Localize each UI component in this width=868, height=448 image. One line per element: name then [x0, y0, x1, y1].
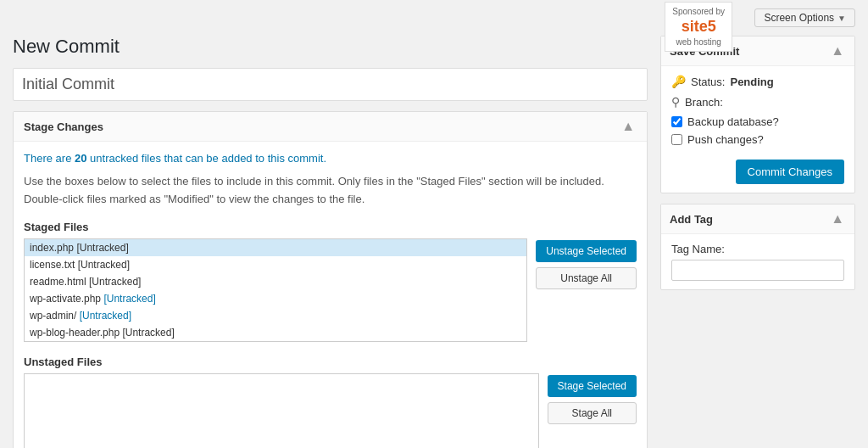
desc-line2: Double-click files marked as "Modified" … — [24, 193, 364, 205]
description-text: Use the boxes below to select the files … — [24, 173, 637, 209]
add-tag-title: Add Tag — [670, 213, 713, 226]
add-tag-body: Tag Name: — [661, 234, 854, 289]
tag-name-label: Tag Name: — [671, 243, 844, 255]
desc-line1: Use the boxes below to select the files … — [24, 175, 604, 188]
stage-changes-panel: Stage Changes ▲ There are 20 untracked f… — [13, 111, 648, 448]
list-item[interactable]: wp-admin/ [Untracked] — [25, 307, 526, 324]
key-icon: 🔑 — [671, 75, 686, 88]
sponsored-by-text: Sponsored by — [672, 7, 725, 16]
push-changes-label: Push changes? — [687, 133, 764, 146]
chevron-down-icon: ▼ — [837, 14, 846, 23]
sponsored-banner: Sponsored by site5 web hosting — [665, 2, 732, 52]
site5-sub: web hosting — [672, 36, 725, 48]
branch-label: Branch: — [685, 96, 723, 109]
add-tag-collapse[interactable]: ▲ — [829, 211, 846, 227]
page-title: New Commit — [13, 36, 648, 58]
list-item[interactable]: index.php [Untracked] — [25, 239, 526, 256]
backup-db-checkbox[interactable] — [671, 116, 682, 127]
info-suffix: untracked files that can be added to thi… — [86, 152, 326, 165]
status-label: Status: — [691, 76, 725, 88]
site5-logo: site5 — [672, 17, 725, 36]
unstaged-files-container: Stage Selected Stage All — [24, 373, 637, 448]
info-count: 20 — [75, 152, 86, 165]
stage-changes-collapse[interactable]: ▲ — [620, 119, 637, 134]
screen-options-label: Screen Options — [764, 12, 834, 24]
unstaged-file-buttons: Stage Selected Stage All — [548, 373, 637, 424]
status-value: Pending — [730, 76, 773, 88]
info-text: There are 20 untracked files that can be… — [24, 152, 637, 165]
unstaged-files-label: Unstaged Files — [24, 356, 637, 368]
list-item[interactable]: readme.html [Untracked] — [25, 273, 526, 290]
unstage-all-button[interactable]: Unstage All — [536, 267, 637, 289]
backup-db-label: Backup database? — [687, 115, 779, 128]
commit-changes-button[interactable]: Commit Changes — [736, 160, 844, 184]
add-tag-header: Add Tag ▲ — [661, 204, 854, 234]
save-commit-collapse[interactable]: ▲ — [829, 43, 846, 59]
unstaged-files-list — [24, 373, 539, 448]
staged-files-label: Staged Files — [24, 221, 637, 233]
sidebar: Save Commit ▲ 🔑 Status: Pending ⚲ Branch… — [660, 36, 855, 300]
push-changes-row: Push changes? — [671, 133, 844, 146]
commit-changes-wrapper: Commit Changes — [671, 151, 844, 184]
save-commit-panel: Save Commit ▲ 🔑 Status: Pending ⚲ Branch… — [660, 36, 855, 193]
backup-db-row: Backup database? — [671, 115, 844, 128]
status-row: 🔑 Status: Pending — [671, 75, 844, 88]
staged-file-buttons: Unstage Selected Unstage All — [536, 238, 637, 289]
list-item[interactable]: wp-blog-header.php [Untracked] — [25, 324, 526, 341]
info-prefix: There are — [24, 152, 75, 165]
list-item[interactable]: license.txt [Untracked] — [25, 256, 526, 273]
staged-files-container: index.php [Untracked] license.txt [Untra… — [24, 238, 637, 342]
stage-all-button[interactable]: Stage All — [548, 402, 637, 424]
unstage-selected-button[interactable]: Unstage Selected — [536, 240, 637, 262]
branch-icon: ⚲ — [671, 95, 680, 109]
stage-changes-body: There are 20 untracked files that can be… — [14, 142, 647, 448]
branch-row: ⚲ Branch: — [671, 95, 844, 109]
add-tag-panel: Add Tag ▲ Tag Name: — [660, 204, 855, 290]
tag-name-input[interactable] — [671, 260, 844, 281]
save-commit-body: 🔑 Status: Pending ⚲ Branch: Backup datab… — [661, 66, 854, 193]
list-item[interactable]: wp-activate.php [Untracked] — [25, 290, 526, 307]
push-changes-checkbox[interactable] — [671, 134, 682, 145]
stage-selected-button[interactable]: Stage Selected — [548, 375, 637, 397]
staged-files-list: index.php [Untracked] license.txt [Untra… — [24, 238, 527, 342]
commit-title-input[interactable] — [13, 68, 648, 101]
stage-changes-header: Stage Changes ▲ — [14, 112, 647, 142]
screen-options-button[interactable]: Screen Options ▼ — [754, 8, 855, 27]
stage-changes-title: Stage Changes — [24, 120, 103, 133]
